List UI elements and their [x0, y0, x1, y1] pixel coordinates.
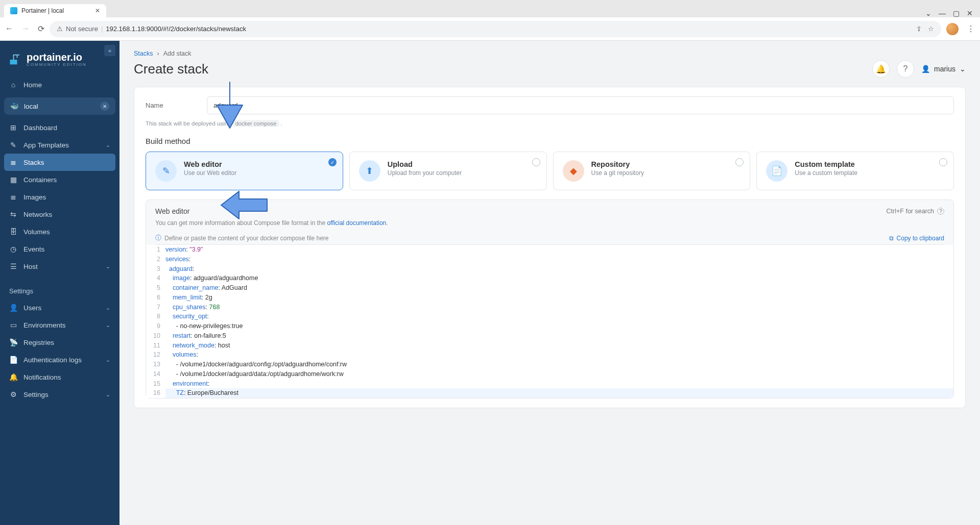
sidebar-item-label: Host — [23, 263, 38, 270]
tab-bar: Portainer | local ✕ ⌄ — ▢ ✕ — [0, 0, 980, 17]
code-line[interactable]: environment: — [165, 379, 953, 389]
radio-icon — [939, 158, 947, 166]
chevron-down-icon[interactable]: ⌄ — [925, 9, 931, 17]
help-button[interactable]: ? — [897, 60, 914, 78]
sidebar-item-label: Users — [23, 304, 41, 312]
forward-icon[interactable]: → — [21, 24, 30, 34]
close-tab-icon[interactable]: ✕ — [95, 7, 100, 14]
help-icon[interactable]: ? — [937, 208, 944, 215]
code-editor[interactable]: 1 version: "3.9"2 services:3 adguard:4 i… — [146, 245, 953, 398]
url-bar[interactable]: ⚠ Not secure | 192.168.1.18:9000/#!/2/do… — [50, 21, 941, 37]
favicon-icon — [10, 7, 17, 14]
browser-tab[interactable]: Portainer | local ✕ — [4, 4, 106, 17]
sidebar-env-pill[interactable]: 🐳 local ✕ — [4, 97, 115, 115]
code-line[interactable]: container_name: AdGuard — [165, 283, 953, 293]
help-icon: ? — [903, 64, 908, 73]
sidebar-item-dashboard[interactable]: ⊞ Dashboard — [0, 119, 119, 136]
separator: | — [101, 25, 103, 33]
build-method-web-editor[interactable]: ✓ ✎ Web editor Use our Web editor — [146, 152, 343, 190]
sidebar-collapse-button[interactable]: « — [104, 45, 115, 56]
nav-icon: 🔔 — [9, 373, 17, 381]
code-line[interactable]: restart: on-failure:5 — [165, 331, 953, 341]
method-subtitle: Use a git repository — [591, 169, 644, 177]
sidebar-item-registries[interactable]: 📡 Registries — [0, 334, 119, 351]
star-icon[interactable]: ☆ — [928, 25, 934, 33]
close-window-icon[interactable]: ✕ — [967, 9, 973, 17]
line-number: 8 — [146, 312, 165, 321]
sidebar-item-notifications[interactable]: 🔔 Notifications — [0, 368, 119, 386]
code-line[interactable]: volumes: — [165, 350, 953, 360]
sidebar-item-settings[interactable]: ⚙ Settings⌄ — [0, 386, 119, 403]
build-method-repository[interactable]: ◆ Repository Use a git repository — [553, 152, 751, 190]
notifications-button[interactable]: 🔔 — [872, 60, 890, 78]
method-icon: ✎ — [155, 160, 177, 182]
sidebar-item-app-templates[interactable]: ✎ App Templates⌄ — [0, 136, 119, 154]
chevron-down-icon: ⌄ — [106, 263, 110, 270]
home-icon: ⌂ — [9, 81, 17, 89]
code-line[interactable]: - no-new-privileges:true — [165, 321, 953, 331]
docs-link[interactable]: official documentation — [327, 219, 386, 227]
chevron-down-icon: ⌄ — [106, 305, 110, 311]
code-line[interactable]: cpu_shares: 768 — [165, 303, 953, 312]
brand[interactable]: portainer.io COMMUNITY EDITION — [0, 41, 119, 76]
method-subtitle: Upload from your computer — [388, 169, 462, 177]
sidebar-item-label: Notifications — [23, 373, 61, 381]
code-line[interactable]: TZ: Europe/Bucharest — [165, 388, 953, 398]
sidebar-item-containers[interactable]: ▦ Containers — [0, 171, 119, 188]
breadcrumb-parent[interactable]: Stacks — [134, 50, 153, 57]
username: marius — [934, 65, 955, 73]
sidebar-item-networks[interactable]: ⇆ Networks — [0, 206, 119, 223]
code-line[interactable]: version: "3.9" — [165, 245, 953, 255]
stack-name-input[interactable] — [207, 96, 954, 114]
sidebar-heading-settings: Settings — [0, 275, 119, 299]
sidebar-item-events[interactable]: ◷ Events — [0, 240, 119, 258]
kebab-icon[interactable]: ⋮ — [967, 24, 975, 34]
sidebar-item-environments[interactable]: ▭ Environments⌄ — [0, 316, 119, 334]
copy-icon: ⧉ — [889, 235, 894, 242]
sidebar-item-stacks[interactable]: ≣ Stacks — [4, 154, 115, 171]
code-line[interactable]: adguard: — [165, 264, 953, 274]
sidebar-item-home[interactable]: ⌂ Home — [0, 76, 119, 93]
code-line[interactable]: security_opt: — [165, 312, 953, 321]
nav-icon: 🗄 — [9, 228, 17, 236]
sidebar-item-authentication-logs[interactable]: 📄 Authentication logs⌄ — [0, 351, 119, 368]
warning-icon: ⚠ — [57, 25, 63, 33]
sidebar-item-images[interactable]: ≣ Images — [0, 188, 119, 206]
code-line[interactable]: - /volume1/docker/adguard/config:/opt/ad… — [165, 360, 953, 369]
sidebar-item-users[interactable]: 👤 Users⌄ — [0, 299, 119, 316]
line-number: 10 — [146, 331, 165, 341]
code-line[interactable]: - /volume1/docker/adguard/data:/opt/adgu… — [165, 369, 953, 379]
reload-icon[interactable]: ⟳ — [38, 24, 44, 34]
radio-icon — [532, 158, 540, 166]
nav-icon: ≣ — [9, 193, 17, 201]
sidebar-item-host[interactable]: ☰ Host⌄ — [0, 258, 119, 275]
info-icon: ⓘ — [155, 234, 161, 242]
code-line[interactable]: mem_limit: 2g — [165, 293, 953, 303]
svg-rect-0 — [10, 60, 17, 64]
line-number: 1 — [146, 245, 165, 255]
env-close-icon[interactable]: ✕ — [100, 102, 109, 111]
code-line[interactable]: network_mode: host — [165, 341, 953, 351]
nav-icon: 📄 — [9, 356, 17, 364]
code-line[interactable]: image: adguard/adguardhome — [165, 273, 953, 283]
line-number: 13 — [146, 360, 165, 369]
sidebar-item-volumes[interactable]: 🗄 Volumes — [0, 223, 119, 240]
build-method-custom-template[interactable]: 📄 Custom template Use a custom template — [756, 152, 954, 190]
helper-code: docker compose — [233, 120, 279, 127]
method-title: Custom template — [795, 160, 857, 168]
build-method-upload[interactable]: ⬆ Upload Upload from your computer — [349, 152, 547, 190]
maximize-icon[interactable]: ▢ — [953, 9, 960, 17]
back-icon[interactable]: ← — [5, 24, 13, 34]
editor-help-text: You can get more information about Compo… — [155, 219, 944, 227]
user-menu[interactable]: 👤 marius ⌄ — [921, 65, 966, 73]
chevron-right-icon: › — [157, 50, 159, 57]
brand-edition: COMMUNITY EDITION — [27, 62, 87, 67]
sidebar-item-label: Dashboard — [23, 124, 57, 132]
browser-toolbar: ← → ⟳ ⚠ Not secure | 192.168.1.18:9000/#… — [0, 17, 980, 41]
code-line[interactable]: services: — [165, 255, 953, 264]
share-icon[interactable]: ⇪ — [916, 25, 922, 33]
profile-avatar[interactable] — [946, 23, 959, 35]
minimize-icon[interactable]: — — [939, 9, 946, 17]
window-controls: ⌄ — ▢ ✕ — [918, 9, 980, 17]
copy-to-clipboard-button[interactable]: ⧉ Copy to clipboard — [889, 235, 944, 242]
